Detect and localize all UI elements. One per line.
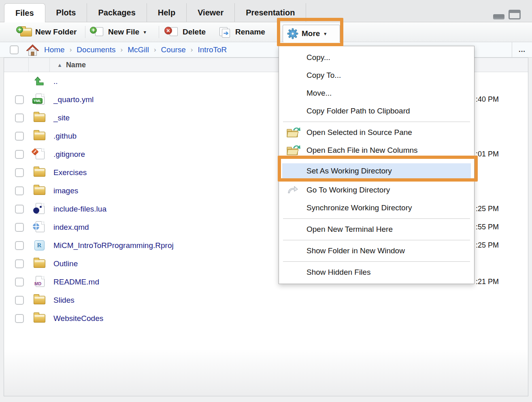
menu-item-copy[interactable]: Copy... xyxy=(279,49,474,66)
row-checkbox[interactable] xyxy=(15,241,24,250)
breadcrumb-home[interactable]: Home xyxy=(44,45,65,54)
breadcrumb-separator: › xyxy=(191,46,193,54)
modified-time-fragment: :55 PM xyxy=(476,218,499,236)
gitignore-file-icon xyxy=(34,148,45,160)
open-folder-arrow-icon xyxy=(286,126,302,139)
file-link[interactable]: README.md xyxy=(53,278,99,287)
home-icon[interactable] xyxy=(26,44,39,56)
open-folder-arrow-icon xyxy=(286,144,302,156)
tab-label: Packages xyxy=(98,8,135,17)
file-link[interactable]: Outline xyxy=(53,259,78,268)
yml-file-icon: YML xyxy=(34,94,45,105)
breadcrumb-overflow-button[interactable]: ... xyxy=(512,42,532,58)
new-folder-button[interactable]: + New Folder xyxy=(17,22,77,42)
qmd-file-icon xyxy=(34,221,45,233)
row-checkbox[interactable] xyxy=(15,113,24,122)
menu-separator xyxy=(283,240,470,240)
menu-item-move[interactable]: Move... xyxy=(279,84,474,102)
tab-presentation[interactable]: Presentation xyxy=(235,3,306,22)
file-link[interactable]: .github xyxy=(53,132,77,141)
gear-icon xyxy=(287,28,298,39)
row-checkbox[interactable] xyxy=(15,314,24,323)
tab-help[interactable]: Help xyxy=(147,3,187,22)
rename-button[interactable]: ➔ Rename xyxy=(219,22,265,42)
minimize-icon[interactable] xyxy=(493,14,504,19)
file-link[interactable]: images xyxy=(53,186,78,195)
file-link[interactable]: WebsiteCodes xyxy=(53,314,103,323)
folder-icon xyxy=(34,296,45,304)
tab-files[interactable]: Files xyxy=(4,3,45,22)
file-link[interactable]: include-files.lua xyxy=(53,205,106,214)
menu-item-label: Show Hidden Files xyxy=(306,268,370,276)
row-checkbox[interactable] xyxy=(15,95,24,104)
row-checkbox[interactable] xyxy=(15,132,24,141)
delete-label: Delete xyxy=(183,28,206,36)
table-row[interactable]: WebsiteCodes xyxy=(4,309,528,327)
menu-item-open-each-new-columns[interactable]: Open Each File in New Columns xyxy=(279,141,474,159)
menu-item-label: Go To Working Directory xyxy=(306,186,390,194)
tab-label: Help xyxy=(158,8,175,17)
delete-button[interactable]: ✕ Delete xyxy=(165,22,206,42)
menu-item-label: Open Each File in New Columns xyxy=(306,146,418,154)
file-link[interactable]: .gitignore xyxy=(53,150,85,159)
folder-icon xyxy=(34,113,45,122)
menu-item-open-selected-source-pane[interactable]: Open Selected in Source Pane xyxy=(279,124,474,141)
menu-item-label: Copy Folder Path to Clipboard xyxy=(306,107,410,115)
menu-item-show-folder-in-new-window[interactable]: Show Folder in New Window xyxy=(279,242,474,260)
menu-item-synchronize-working-directory[interactable]: Synchronize Working Directory xyxy=(279,199,474,217)
file-link[interactable]: _site xyxy=(53,113,70,122)
tab-label: Files xyxy=(15,9,34,18)
folder-icon xyxy=(34,168,45,177)
modified-time-fragment: :40 PM xyxy=(476,90,499,109)
modified-time-fragment: :01 PM xyxy=(476,145,499,163)
rproj-file-icon: R xyxy=(34,240,45,250)
files-toolbar: + New Folder + New File ▾ ✕ Delete ➔ Ren… xyxy=(0,22,532,42)
select-all-checkbox[interactable] xyxy=(10,45,19,54)
breadcrumb-introtor[interactable]: IntroToR xyxy=(198,45,227,54)
modified-time-fragment: :25 PM xyxy=(476,236,499,254)
breadcrumb-separator: › xyxy=(120,46,123,54)
row-checkbox[interactable] xyxy=(15,168,24,177)
tab-packages[interactable]: Packages xyxy=(87,3,147,22)
row-checkbox[interactable] xyxy=(15,278,24,287)
menu-item-label: Open Selected in Source Pane xyxy=(306,128,412,137)
menu-item-label: Copy... xyxy=(306,53,330,62)
more-button[interactable]: More ▾ xyxy=(283,25,340,43)
table-row[interactable]: Slides xyxy=(4,291,528,309)
menu-item-show-hidden-files[interactable]: Show Hidden Files xyxy=(279,263,474,281)
menu-item-label: Open New Terminal Here xyxy=(306,225,393,233)
rename-icon: ➔ xyxy=(219,26,232,38)
file-link[interactable]: Slides xyxy=(53,296,74,305)
menu-item-copy-to[interactable]: Copy To... xyxy=(279,66,474,84)
row-checkbox[interactable] xyxy=(15,186,24,195)
row-checkbox[interactable] xyxy=(15,259,24,268)
file-link[interactable]: MiCM_IntroToRProgramming.Rproj xyxy=(53,241,174,250)
menu-item-open-new-terminal-here[interactable]: Open New Terminal Here xyxy=(279,220,474,238)
breadcrumb-documents[interactable]: Documents xyxy=(77,45,115,54)
row-checkbox[interactable] xyxy=(15,223,24,232)
menu-item-set-as-working-directory[interactable]: Set As Working Directory xyxy=(282,163,471,179)
row-checkbox[interactable] xyxy=(15,150,24,159)
folder-icon xyxy=(34,314,45,323)
sort-ascending-icon: ▲ xyxy=(57,62,62,68)
tab-plots[interactable]: Plots xyxy=(45,3,87,22)
file-link[interactable]: .. xyxy=(53,77,58,86)
row-checkbox[interactable] xyxy=(15,205,24,214)
new-file-icon: + xyxy=(91,26,104,38)
menu-item-label: Show Folder in New Window xyxy=(306,246,405,255)
breadcrumb-mcgill[interactable]: McGill xyxy=(128,45,149,54)
row-checkbox[interactable] xyxy=(15,296,24,305)
tab-viewer[interactable]: Viewer xyxy=(187,3,235,22)
maximize-icon[interactable] xyxy=(509,10,521,19)
folder-icon xyxy=(34,132,45,140)
menu-item-copy-folder-path[interactable]: Copy Folder Path to Clipboard xyxy=(279,102,474,120)
file-link[interactable]: Exercises xyxy=(53,168,87,177)
breadcrumb-course[interactable]: Course xyxy=(161,45,186,54)
menu-item-label: Synchronize Working Directory xyxy=(306,203,412,212)
toolbar-separator xyxy=(85,26,85,38)
new-file-button[interactable]: + New File ▾ xyxy=(91,22,146,42)
menu-item-go-to-working-directory[interactable]: Go To Working Directory xyxy=(279,181,474,199)
file-link[interactable]: index.qmd xyxy=(53,223,89,232)
file-link[interactable]: _quarto.yml xyxy=(53,95,94,104)
menu-item-label: Copy To... xyxy=(306,71,341,79)
